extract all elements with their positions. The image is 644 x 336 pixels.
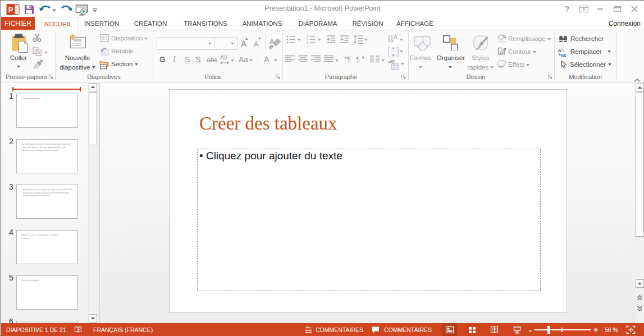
svg-text:¶: ¶ [356,55,360,63]
svg-text:AV: AV [220,54,227,61]
svg-text:P: P [8,6,13,14]
svg-text:¶: ¶ [347,55,351,63]
svg-text:3: 3 [307,41,308,44]
svg-text:ac: ac [561,52,567,57]
svg-text:A: A [394,34,398,40]
